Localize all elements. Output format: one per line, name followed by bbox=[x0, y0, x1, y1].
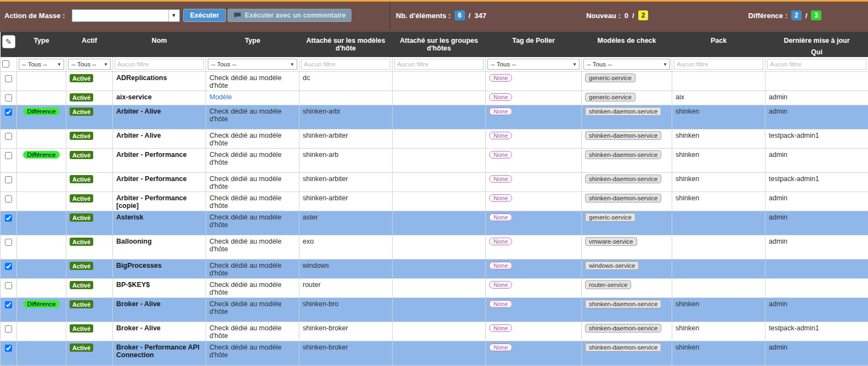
mass-action-select[interactable]: ▼ bbox=[72, 9, 180, 22]
filter-check-models-select[interactable]: -- Tous --▼ bbox=[583, 59, 670, 70]
chevron-down-icon: ▼ bbox=[168, 10, 179, 21]
table-row[interactable]: Activé ADReplications Check dédié au mod… bbox=[1, 72, 868, 91]
nouveau-label: Nouveau : bbox=[586, 12, 621, 20]
execute-comment-button[interactable]: Exécuter avec un commentaire bbox=[228, 9, 351, 22]
row-checkbox[interactable] bbox=[5, 263, 12, 270]
actif-badge: Activé bbox=[70, 281, 93, 289]
poller-tag-badge: None bbox=[489, 151, 512, 159]
filter-type-select[interactable]: -- Tous --▼ bbox=[19, 59, 64, 70]
poller-tag-badge: None bbox=[489, 213, 512, 221]
row-type: Check dédié au modèle d'hôte bbox=[209, 108, 281, 123]
chevron-down-icon: ▼ bbox=[104, 62, 108, 67]
row-type: Check dédié au modèle d'hôte bbox=[209, 213, 281, 229]
filter-poller-select-value: -- Tous -- bbox=[491, 61, 516, 67]
filter-type-select-value: -- Tous -- bbox=[22, 61, 47, 67]
row-checkbox[interactable] bbox=[5, 195, 12, 202]
row-checkbox[interactable] bbox=[5, 109, 12, 116]
table-row[interactable]: Différence Activé Arbiter - Alive Check … bbox=[1, 105, 868, 129]
col-header-host-models[interactable]: Attaché sur les modèles d'hôte bbox=[299, 32, 393, 57]
col-header-check-models[interactable]: Modèles de check bbox=[582, 32, 672, 57]
row-pack: shinken bbox=[676, 151, 699, 159]
row-name: ADReplications bbox=[116, 74, 167, 82]
row-type[interactable]: Modèle bbox=[209, 93, 232, 101]
row-checkbox[interactable] bbox=[5, 75, 12, 82]
row-checkbox[interactable] bbox=[5, 239, 12, 246]
row-checkbox[interactable] bbox=[5, 345, 12, 352]
filter-type2-select[interactable]: -- Tous --▼ bbox=[208, 59, 297, 70]
elements-separator: / bbox=[469, 12, 471, 20]
filter-updated-input[interactable] bbox=[767, 59, 866, 70]
actif-badge: Activé bbox=[70, 194, 93, 202]
table-row[interactable]: Activé BigProcesses Check dédié au modèl… bbox=[1, 260, 868, 279]
row-type: Check dédié au modèle d'hôte bbox=[209, 281, 281, 296]
row-host-model: exo bbox=[303, 238, 314, 245]
row-checkbox[interactable] bbox=[5, 152, 12, 159]
row-qui: admin bbox=[769, 344, 787, 351]
row-name: BP-$KEY$ bbox=[116, 281, 150, 289]
counters-panel: Nb. d'éléments : 6 / 347 Nouveau : 0 / 2… bbox=[390, 2, 868, 29]
poller-tag-badge: None bbox=[489, 344, 512, 351]
actif-badge: Activé bbox=[70, 108, 93, 116]
col-header-poller-tag[interactable]: Tag de Poller bbox=[486, 32, 582, 57]
col-header-nom[interactable]: Nom bbox=[113, 32, 206, 57]
table-row[interactable]: Activé Broker - Alive Check dédié au mod… bbox=[1, 322, 868, 341]
row-checkbox[interactable] bbox=[5, 325, 12, 333]
pencil-icon: ✎ bbox=[5, 37, 12, 46]
table-row[interactable]: Différence Activé Broker - Alive Check d… bbox=[1, 298, 868, 322]
row-checkbox[interactable] bbox=[5, 301, 12, 308]
row-checkbox[interactable] bbox=[5, 176, 12, 183]
data-table: ✎ Type Actif Nom Type Attaché sur les mo… bbox=[0, 32, 868, 366]
elements-total: 347 bbox=[474, 12, 486, 20]
table-row[interactable]: Activé Arbiter - Performance [copie] Che… bbox=[1, 192, 868, 211]
edit-pencil-button[interactable]: ✎ bbox=[2, 35, 15, 48]
filter-nom-input[interactable] bbox=[115, 59, 204, 70]
table-row[interactable]: Activé Broker - Performance API Connecti… bbox=[1, 341, 868, 365]
table-row[interactable]: Activé BP-$KEY$ Check dédié au modèle d'… bbox=[1, 279, 868, 298]
execute-button[interactable]: Exécuter bbox=[183, 9, 226, 22]
table-body: Activé ADReplications Check dédié au mod… bbox=[1, 72, 868, 366]
row-checkbox[interactable] bbox=[5, 133, 12, 140]
row-host-model: shinken-arbiter bbox=[303, 175, 348, 183]
filter-pack-input[interactable] bbox=[674, 59, 763, 70]
filter-actif-select[interactable]: -- Tous --▼ bbox=[68, 59, 111, 70]
table-row[interactable]: Activé Arbiter - Performance Check dédié… bbox=[1, 173, 868, 192]
col-header-host-groups[interactable]: Attaché sur les groupes d'hôtes bbox=[393, 32, 486, 57]
col-header-pack[interactable]: Pack bbox=[672, 32, 765, 57]
filter-poller-select[interactable]: -- Tous --▼ bbox=[487, 59, 580, 70]
table-row[interactable]: Activé Asterisk Check dédié au modèle d'… bbox=[1, 211, 868, 235]
filter-host-groups-input[interactable] bbox=[394, 59, 484, 70]
col-header-type[interactable]: Type bbox=[17, 32, 66, 57]
row-qui: admin bbox=[769, 300, 787, 308]
row-type: Check dédié au modèle d'hôte bbox=[209, 300, 281, 316]
row-pack: shinken bbox=[676, 194, 699, 202]
row-checkbox[interactable] bbox=[5, 94, 12, 102]
col-header-actif[interactable]: Actif bbox=[66, 32, 113, 57]
row-pack: shinken bbox=[676, 300, 699, 308]
row-name: BigProcesses bbox=[116, 262, 162, 269]
table-row[interactable]: Activé Ballooning Check dédié au modèle … bbox=[1, 235, 868, 260]
row-qui: admin bbox=[769, 151, 787, 159]
table-row[interactable]: Différence Activé Arbiter - Performance … bbox=[1, 149, 868, 173]
table-row[interactable]: Activé Arbiter - Alive Check dédié au mo… bbox=[1, 129, 868, 149]
row-checkbox[interactable] bbox=[5, 282, 12, 289]
row-host-model: router bbox=[303, 281, 321, 289]
filter-host-models-input[interactable] bbox=[301, 59, 390, 70]
col-header-type2[interactable]: Type bbox=[206, 32, 299, 57]
row-qui: testpack-admin1 bbox=[769, 324, 819, 332]
row-host-model: aster bbox=[303, 213, 318, 221]
row-pack: shinken bbox=[676, 175, 699, 183]
poller-tag-badge: None bbox=[489, 281, 512, 289]
row-type: Check dédié au modèle d'hôte bbox=[209, 324, 281, 340]
check-model-badge: windows-service bbox=[585, 261, 639, 270]
poller-tag-badge: None bbox=[489, 324, 512, 332]
select-all-checkbox[interactable] bbox=[2, 60, 9, 67]
chevron-down-icon: ▼ bbox=[290, 62, 294, 67]
table-row[interactable]: Activé aix-service Modèle None generic-s… bbox=[1, 91, 868, 105]
poller-tag-badge: None bbox=[489, 93, 512, 101]
col-header-updated[interactable]: Dernière mise à jour Qui bbox=[765, 32, 868, 57]
row-qui: admin bbox=[769, 213, 787, 221]
actif-badge: Activé bbox=[70, 132, 93, 140]
row-checkbox[interactable] bbox=[5, 215, 12, 222]
actif-badge: Activé bbox=[70, 300, 93, 308]
actif-badge: Activé bbox=[70, 324, 93, 333]
